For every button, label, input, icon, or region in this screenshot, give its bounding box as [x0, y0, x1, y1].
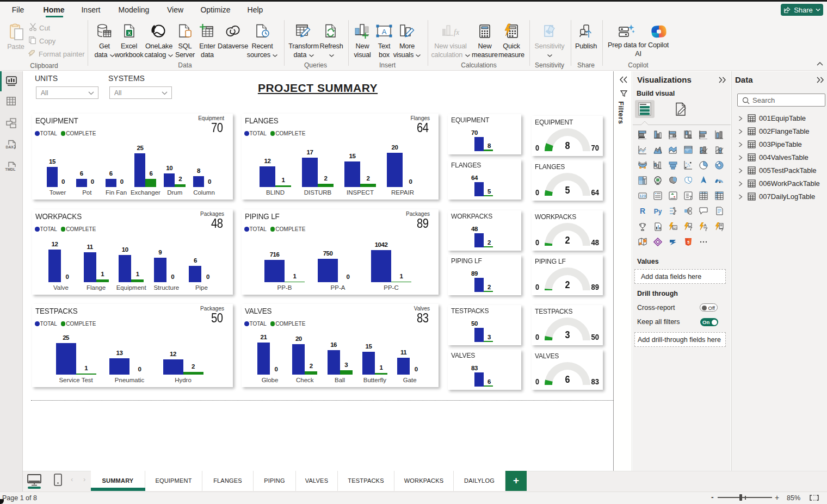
svg-text:R: R [640, 207, 645, 215]
svg-text:TMDL: TMDL [5, 167, 16, 171]
svg-text:A: A [382, 28, 387, 36]
svg-text:123: 123 [672, 226, 677, 229]
svg-text:5: 5 [687, 240, 689, 245]
svg-text:A: A [703, 223, 707, 228]
svg-text:DAX: DAX [6, 145, 14, 149]
svg-text:X: X [127, 30, 131, 36]
svg-text:fx: fx [454, 28, 460, 36]
svg-text:123: 123 [639, 194, 646, 198]
svg-text:Py: Py [654, 208, 662, 215]
